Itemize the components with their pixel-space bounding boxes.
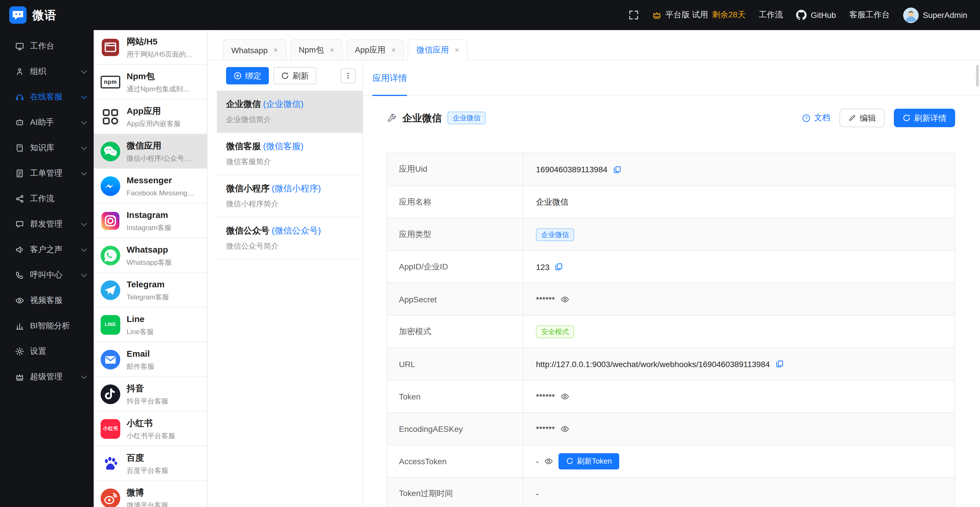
refresh-button[interactable]: 刷新: [274, 67, 316, 84]
sidebar-item-call-center[interactable]: 呼叫中心: [0, 262, 94, 288]
instance-item-mini-program[interactable]: 微信小程序(微信小程序) 微信小程序简介: [217, 175, 363, 218]
channel-item-xiaohongshu[interactable]: 小红书 小红书小红书平台客服: [94, 412, 207, 446]
channel-item-instagram[interactable]: InstagramInstagram客服: [94, 203, 207, 238]
svg-text:?: ?: [805, 116, 808, 121]
channel-item-telegram[interactable]: TelegramTelegram客服: [94, 273, 207, 308]
channel-item-douyin[interactable]: 抖音抖音平台客服: [94, 377, 207, 412]
refresh-token-button[interactable]: 刷新Token: [558, 453, 619, 469]
detail-row-uid: 应用Uid 1690460389113984: [387, 153, 955, 186]
channel-desc: 小红书平台客服: [127, 431, 202, 440]
channel-item-wechat[interactable]: 微信应用微信小程序/公众号…: [94, 134, 207, 169]
close-icon[interactable]: ×: [329, 46, 334, 54]
refresh-detail-button[interactable]: 刷新详情: [894, 109, 955, 127]
topbar-link-workflow[interactable]: 工作流: [759, 10, 783, 20]
sidebar-item-bi-analytics[interactable]: BI智能分析: [0, 313, 94, 339]
channel-name: Line: [127, 313, 202, 324]
username: SuperAdmin: [923, 10, 967, 20]
instance-list: 企业微信(企业微信) 企业微信简介 微信客服(微信客服) 微信客服简介 微信小程…: [217, 91, 363, 507]
github-link[interactable]: GitHub: [796, 10, 836, 20]
bind-button[interactable]: 绑定: [226, 67, 269, 84]
eye-icon[interactable]: [560, 392, 569, 401]
sidebar-item-video-service[interactable]: 视频客服: [0, 288, 94, 313]
channel-item-email[interactable]: Email邮件客服: [94, 342, 207, 377]
workflow-icon: [15, 194, 24, 203]
logo[interactable]: 微语: [9, 6, 57, 24]
weibo-icon: [100, 488, 121, 507]
channel-desc: 通过Npm包集成到…: [127, 84, 202, 93]
channel-item-baidu[interactable]: 百度百度平台客服: [94, 446, 207, 481]
docs-link[interactable]: ? 文档: [802, 113, 830, 123]
sidebar-item-super-admin[interactable]: 超级管理: [0, 364, 94, 389]
sidebar-item-voice-of-customer[interactable]: 客户之声: [0, 237, 94, 262]
instance-item-work-wechat[interactable]: 企业微信(企业微信) 企业微信简介: [217, 91, 363, 133]
user-menu[interactable]: SuperAdmin: [903, 7, 967, 23]
trial-badge[interactable]: 平台版 试用 剩余28天: [652, 10, 746, 20]
app-grid-icon: [100, 106, 121, 127]
sidebar-item-workflow[interactable]: 工作流: [0, 186, 94, 211]
channel-name: Instagram: [127, 209, 202, 221]
channel-desc: Whatsapp客服: [127, 257, 202, 267]
copy-icon[interactable]: [555, 262, 563, 271]
email-icon: [100, 349, 121, 370]
instance-item-wechat-kefu[interactable]: 微信客服(微信客服) 微信客服简介: [217, 133, 363, 175]
detail-table: 应用Uid 1690460389113984 应用名称 企业微信 应用类型: [387, 153, 955, 507]
sidebar-item-settings[interactable]: 设置: [0, 339, 94, 364]
sidebar-item-ai-assistant[interactable]: AI助手: [0, 110, 94, 135]
tab-label: 微信应用: [417, 45, 449, 55]
tab-whatsapp[interactable]: Whatsapp ×: [223, 39, 286, 61]
scrollbar-thumb[interactable]: [976, 65, 979, 87]
channel-name: 抖音: [127, 382, 202, 394]
type-tag: 企业微信: [536, 228, 574, 241]
tab-app[interactable]: App应用 ×: [346, 39, 404, 61]
instagram-icon: [100, 210, 121, 231]
channel-item-npm[interactable]: npm Npm包通过Npm包集成到…: [94, 65, 207, 99]
channel-desc: 邮件客服: [127, 362, 202, 371]
channel-item-line[interactable]: LINE LineLine客服: [94, 308, 207, 342]
messenger-icon: [100, 175, 121, 196]
detail-row-type: 应用类型 企业微信: [387, 218, 955, 250]
sidebar-item-workbench[interactable]: 工作台: [0, 33, 94, 59]
tab-label: App应用: [355, 45, 386, 55]
agent-workbench-link[interactable]: 客服工作台: [850, 10, 890, 20]
encrypt-mode-tag: 安全模式: [536, 325, 574, 338]
close-icon[interactable]: ×: [274, 46, 278, 54]
channel-item-messenger[interactable]: MessengerFacebook Messeng…: [94, 169, 207, 203]
sidebar-item-knowledge-base[interactable]: 知识库: [0, 135, 94, 161]
website-icon: [100, 37, 121, 57]
tab-app-detail[interactable]: 应用详情: [372, 61, 407, 95]
detail-row-accesstoken: AccessToken - 刷新Token: [387, 445, 955, 477]
sidebar-item-organization[interactable]: 组织: [0, 59, 94, 84]
channel-item-whatsapp[interactable]: WhatsappWhatsapp客服: [94, 238, 207, 273]
channel-item-weibo[interactable]: 微博微博平台客服: [94, 481, 207, 507]
instance-item-official-account[interactable]: 微信公众号(微信公众号) 微信公众号简介: [217, 218, 363, 259]
close-icon[interactable]: ×: [455, 46, 459, 54]
fullscreen-button[interactable]: [628, 10, 639, 20]
edit-button[interactable]: 编辑: [840, 109, 885, 127]
copy-icon[interactable]: [775, 359, 784, 368]
sidebar-item-broadcast[interactable]: 群发管理: [0, 211, 94, 237]
detail-row-appsecret: AppSecret ******: [387, 283, 955, 315]
channel-item-website[interactable]: 网站/H5用于网站/H5页面的…: [94, 30, 207, 65]
channel-desc: Facebook Messeng…: [127, 188, 202, 197]
sidebar-item-ticket-management[interactable]: 工单管理: [0, 161, 94, 186]
more-button[interactable]: [340, 68, 356, 83]
chevron-down-icon: [81, 144, 87, 150]
app: 微语 平台版 试用 剩余28天 工作流 GitHub 客服工作台: [0, 0, 980, 507]
logo-icon: [9, 6, 27, 24]
tab-npm[interactable]: Npm包 ×: [290, 39, 342, 61]
copy-icon[interactable]: [612, 165, 621, 174]
channel-item-app[interactable]: App应用App应用内嵌客服: [94, 99, 207, 134]
tab-wechat-app[interactable]: 微信应用 ×: [408, 39, 468, 61]
sidebar-item-online-service[interactable]: 在线客服: [0, 84, 94, 110]
detail-actions: ? 文档 编辑 刷新详情: [802, 109, 955, 127]
organization-icon: [15, 67, 24, 76]
eye-icon[interactable]: [560, 424, 569, 433]
channel-name: App应用: [127, 105, 202, 116]
eye-icon[interactable]: [560, 294, 569, 304]
app-type-tag: 企业微信: [447, 111, 486, 124]
close-icon[interactable]: ×: [391, 46, 396, 54]
chevron-down-icon: [81, 119, 87, 125]
npm-icon: npm: [100, 72, 121, 92]
eye-icon[interactable]: [544, 456, 553, 466]
refresh-icon: [566, 457, 573, 465]
